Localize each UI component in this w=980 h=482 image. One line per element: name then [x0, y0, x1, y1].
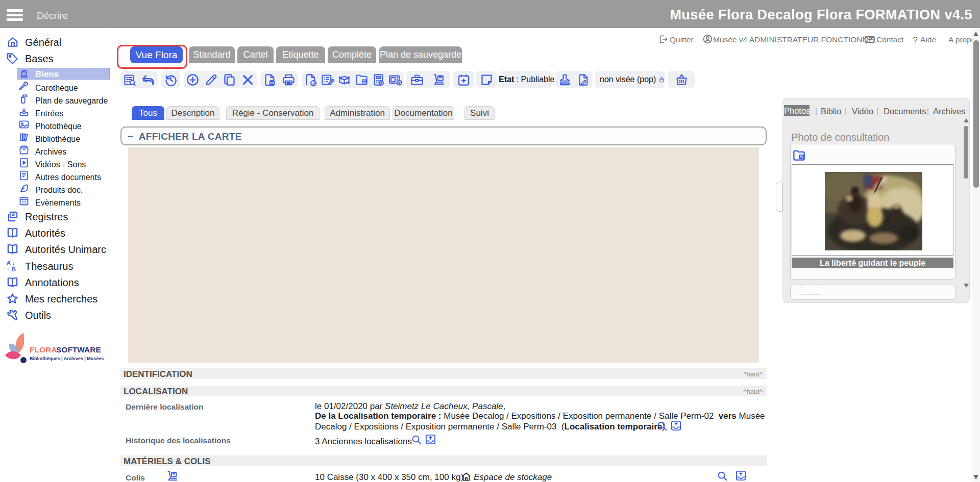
svg-text:Bibliothèques | Archives | Mus: Bibliothèques | Archives | Musées [30, 356, 104, 361]
svg-text:A: A [7, 260, 11, 266]
svg-text:↑: ↑ [7, 266, 10, 272]
svg-text:B: B [12, 266, 16, 272]
svg-text:FLORA: FLORA [30, 345, 57, 354]
svg-text:SOFTWARE: SOFTWARE [56, 345, 101, 354]
svg-text:↓: ↓ [12, 260, 15, 266]
